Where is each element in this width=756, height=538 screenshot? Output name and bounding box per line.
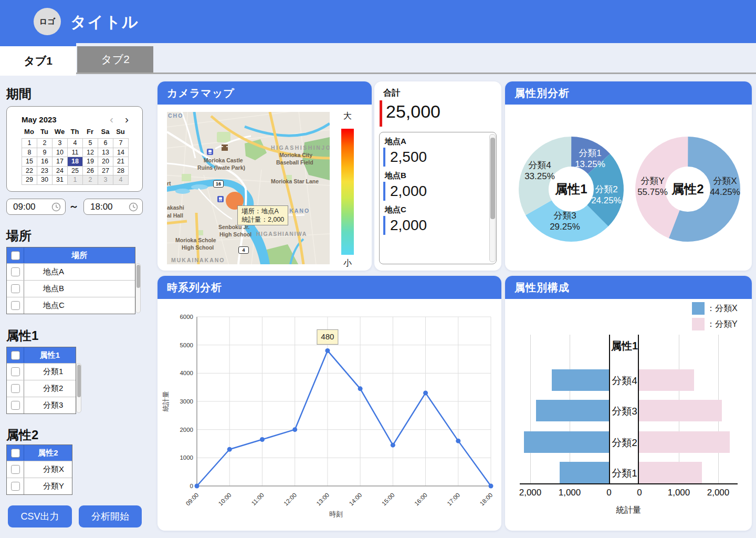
x-tick-label: 2,000 — [707, 488, 730, 498]
calendar-day[interactable]: 28 — [113, 167, 129, 176]
calendar-day[interactable]: 23 — [37, 167, 52, 176]
time-from-input[interactable]: 09:00 — [6, 199, 66, 215]
scrollbar-thumb[interactable] — [136, 265, 140, 288]
x-tick-label: 18:00 — [479, 492, 494, 507]
legend-item: ：分類Y — [692, 318, 738, 330]
calendar-day[interactable]: 2 — [37, 139, 52, 148]
calendar-day[interactable]: 3 — [52, 139, 68, 148]
scrollbar-thumb[interactable] — [490, 138, 495, 219]
calendar-day[interactable]: 16 — [37, 157, 52, 167]
select-all-checkbox[interactable] — [11, 351, 20, 360]
total-scrollbar[interactable] — [489, 134, 496, 262]
select-all-checkbox[interactable] — [11, 251, 20, 260]
list-item: 分類3 — [7, 397, 76, 413]
tooltip-stat: 統計量：2,000 — [242, 215, 284, 224]
scrollbar-thumb[interactable] — [77, 365, 81, 397]
item-checkbox[interactable] — [11, 301, 20, 310]
tab-2[interactable]: タブ2 — [77, 46, 153, 73]
legend-swatch — [692, 302, 705, 315]
legend-label: ：分類X — [707, 303, 738, 314]
list-item: 地点A — [7, 263, 135, 280]
calendar-day[interactable]: 4 — [68, 139, 83, 148]
donut-slice-label: 分類113.25% — [575, 148, 605, 170]
item-checkbox[interactable] — [11, 384, 20, 393]
calendar-next-icon[interactable]: › — [125, 114, 129, 125]
total-item-value: 2,000 — [390, 183, 427, 200]
calendar-prev-icon[interactable]: ‹ — [110, 114, 113, 125]
item-checkbox[interactable] — [11, 401, 20, 410]
item-checkbox[interactable] — [11, 465, 20, 474]
list-item: 地点C — [7, 297, 135, 314]
scale-max-label: 大 — [343, 111, 352, 122]
bar-left — [552, 369, 609, 391]
calendar-day[interactable]: 3 — [98, 175, 113, 185]
data-point — [292, 427, 297, 432]
slice-percent: 44.25% — [710, 187, 740, 198]
calendar-day[interactable]: 15 — [22, 157, 37, 167]
item-checkbox[interactable] — [11, 267, 20, 276]
data-point — [358, 386, 363, 391]
calendar-day[interactable]: 31 — [52, 175, 68, 185]
calendar-day[interactable]: 20 — [98, 157, 113, 167]
app-header: ロゴ タイトル — [0, 0, 756, 43]
bar-right — [639, 400, 722, 421]
calendar-day[interactable]: 22 — [22, 167, 37, 176]
calendar-day[interactable]: 1 — [22, 139, 37, 148]
calendar-day[interactable]: 1 — [68, 175, 83, 185]
total-item: 地点B2,000 — [383, 171, 486, 201]
butterfly-chart: ：分類X：分類Y属性1分類4分類3分類2分類12,0001,000001,000… — [505, 299, 752, 531]
y-tick-label: 4000 — [180, 370, 193, 376]
camera-map-title: カメラマップ — [158, 81, 372, 105]
data-point — [227, 447, 232, 452]
calendar-day[interactable]: 14 — [113, 148, 129, 158]
data-point — [489, 484, 494, 489]
tab-1[interactable]: タブ1 — [0, 43, 76, 76]
item-checkbox[interactable] — [11, 284, 20, 293]
time-to-input[interactable]: 18:00 — [83, 199, 143, 215]
calendar-day[interactable]: 11 — [68, 148, 83, 158]
calendar-day[interactable]: 13 — [98, 148, 113, 158]
total-item-value: 2,500 — [390, 149, 427, 165]
calendar-day[interactable]: 19 — [83, 157, 98, 167]
calendar-day[interactable]: 6 — [98, 139, 113, 148]
calendar: May 2023 ‹ › MoTuWeThFrSaSu 123456789101… — [6, 106, 143, 192]
donut1-center-label: 属性1 — [555, 181, 587, 198]
calendar-day[interactable]: 12 — [83, 148, 98, 158]
calendar-day[interactable]: 17 — [52, 157, 68, 167]
bar-right — [639, 462, 702, 483]
checkbox-cell — [7, 264, 24, 280]
calendar-day[interactable]: 2 — [83, 175, 98, 185]
composition-panel: 属性別構成 ：分類X：分類Y属性1分類4分類3分類2分類12,0001,0000… — [505, 276, 752, 531]
calendar-day[interactable]: 29 — [22, 175, 37, 185]
calendar-day[interactable]: 21 — [113, 157, 129, 167]
location-scrollbar[interactable] — [135, 263, 141, 313]
x-tick-label: 1,000 — [668, 488, 690, 498]
calendar-day[interactable]: 9 — [37, 148, 52, 158]
analyze-start-button[interactable]: 分析開始 — [79, 505, 142, 527]
total-accent-bar — [380, 100, 382, 127]
x-tick-label: 13:00 — [315, 492, 330, 507]
bar-left — [536, 400, 609, 421]
map[interactable]: CHOHIGASHISHINJOMorioka CastleRuins (Iwa… — [167, 112, 330, 264]
calendar-day[interactable]: 4 — [113, 175, 129, 185]
calendar-day[interactable]: 18 — [68, 157, 83, 167]
period-heading: 期間 — [6, 86, 32, 102]
map-label: Ruins (Iwate Park) — [197, 164, 245, 171]
csv-export-button[interactable]: CSV出力 — [8, 505, 72, 527]
data-point — [195, 484, 200, 489]
calendar-day[interactable]: 27 — [98, 167, 113, 176]
calendar-day[interactable]: 24 — [52, 167, 68, 176]
calendar-day[interactable]: 10 — [52, 148, 68, 158]
item-checkbox[interactable] — [11, 367, 20, 376]
attribute1-scrollbar[interactable] — [76, 363, 81, 413]
calendar-day[interactable]: 25 — [68, 167, 83, 176]
map-label: Morioka City — [279, 152, 312, 158]
item-checkbox[interactable] — [11, 482, 20, 491]
calendar-day[interactable]: 5 — [83, 139, 98, 148]
calendar-day[interactable]: 8 — [22, 148, 37, 158]
calendar-day[interactable]: 7 — [113, 139, 129, 148]
calendar-day[interactable]: 30 — [37, 175, 52, 185]
slice-percent: 29.25% — [550, 221, 580, 232]
calendar-day[interactable]: 26 — [83, 167, 98, 176]
select-all-checkbox[interactable] — [11, 449, 20, 458]
